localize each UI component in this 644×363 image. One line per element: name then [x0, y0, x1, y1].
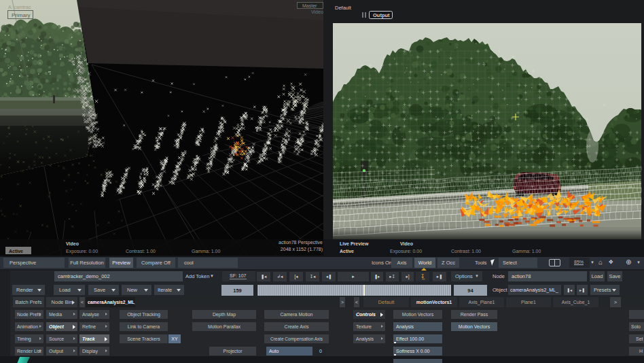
svg-text:2048 x 1152 (1.778): 2048 x 1152 (1.778) [281, 247, 323, 252]
svg-text:Video: Video [400, 241, 413, 246]
svg-text:Gamma: 1.00: Gamma: 1.00 [192, 249, 221, 254]
svg-text:action78 Perspective: action78 Perspective [279, 240, 323, 245]
svg-text:Primary: Primary [12, 12, 31, 18]
svg-text:Video: Video [66, 241, 79, 246]
svg-text:A: camtrac: A: camtrac [8, 5, 31, 10]
svg-text:Master: Master [302, 3, 317, 8]
svg-text:Live Preview: Live Preview [340, 241, 369, 246]
svg-text:Default: Default [335, 5, 352, 11]
svg-text:Exposure: 0.00: Exposure: 0.00 [390, 249, 422, 254]
svg-text:Contrast: 1.00: Contrast: 1.00 [451, 249, 481, 254]
svg-text:Active: Active [340, 249, 354, 254]
svg-text:Exposure: 0.00: Exposure: 0.00 [66, 249, 98, 254]
svg-text:Contrast: 1.00: Contrast: 1.00 [126, 249, 156, 254]
svg-text:Video: Video [311, 10, 323, 14]
svg-text:Output: Output [373, 12, 390, 18]
svg-text:Gamma: 1.00: Gamma: 1.00 [512, 249, 541, 254]
svg-text:Active: Active [9, 249, 23, 254]
